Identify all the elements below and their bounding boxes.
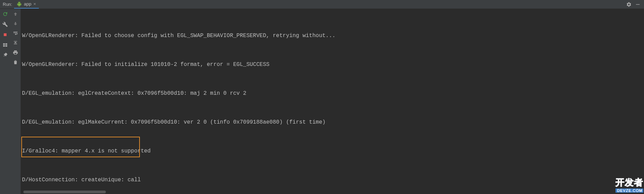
watermark-main: 开发者 — [615, 177, 643, 187]
stop-icon[interactable] — [2, 32, 8, 38]
horizontal-scrollbar[interactable] — [23, 191, 106, 193]
toolbar-column — [10, 9, 21, 194]
log-line: D/HostConnection: createUnique: call — [22, 175, 643, 185]
print-icon[interactable] — [12, 49, 19, 56]
log-line: W/OpenGLRenderer: Failed to initialize 1… — [22, 60, 643, 69]
tab-label: app — [24, 1, 31, 7]
layout-icon[interactable] — [2, 42, 8, 48]
delete-icon[interactable] — [12, 59, 19, 65]
soft-wrap-icon[interactable] — [12, 30, 19, 36]
up-icon[interactable] — [12, 11, 19, 17]
scroll-to-end-icon[interactable] — [12, 40, 19, 46]
pin-icon[interactable] — [2, 52, 8, 58]
title-bar: Run: app × — [0, 0, 644, 9]
minimize-icon[interactable] — [635, 2, 641, 7]
wrench-icon[interactable] — [2, 21, 8, 27]
svg-rect-0 — [636, 4, 640, 4]
log-line: W/OpenGLRenderer: Failed to choose confi… — [22, 31, 643, 41]
log-line: D/EGL_emulation: eglMakeCurrent: 0x7096f… — [22, 117, 643, 127]
console-area: W/OpenGLRenderer: Failed to choose confi… — [21, 9, 644, 194]
down-icon[interactable] — [12, 21, 19, 27]
left-gutter — [0, 9, 10, 194]
watermark-sub: DEVZE.COM — [615, 189, 643, 193]
close-icon[interactable]: × — [33, 1, 36, 7]
watermark: 开发者 DEVZE.COM — [615, 176, 643, 193]
android-icon — [17, 2, 22, 7]
run-label: Run: — [2, 2, 14, 7]
gear-icon[interactable] — [626, 2, 632, 7]
tab-app[interactable]: app × — [14, 0, 38, 9]
log-line: D/EGL_emulation: eglCreateContext: 0x709… — [22, 89, 643, 98]
console-output[interactable]: W/OpenGLRenderer: Failed to choose confi… — [21, 9, 644, 194]
svg-rect-1 — [4, 33, 7, 36]
rerun-icon[interactable] — [2, 11, 8, 17]
log-line: I/Gralloc4: mapper 4.x is not supported — [22, 146, 643, 156]
